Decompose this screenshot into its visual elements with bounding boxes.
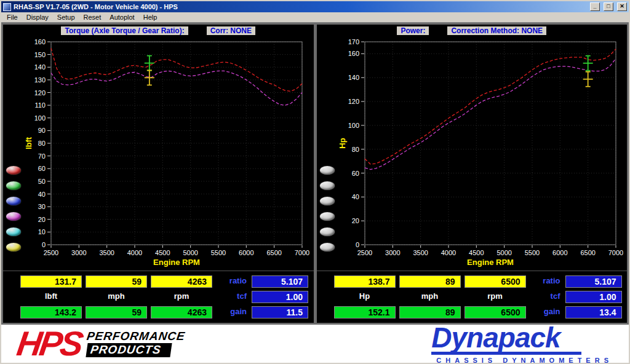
gain-value: 11.5 [252, 306, 308, 318]
torque-panel: Torque (Axle Torque / Gear Ratio): Corr:… [3, 25, 314, 323]
menu-bar: File Display Setup Reset Autoplot Help [1, 12, 629, 23]
svg-text:7000: 7000 [608, 249, 623, 256]
tcf-label: tcf [530, 291, 562, 303]
channel-button-right-2[interactable] [319, 181, 335, 191]
svg-text:80: 80 [38, 140, 46, 147]
svg-text:3500: 3500 [99, 249, 114, 256]
svg-text:20: 20 [351, 217, 359, 224]
hps-logo: HPS PERFORMANCE PRODUCTS [17, 328, 185, 359]
power-header: Power: Correction Method: NONE [317, 26, 628, 36]
minimize-button[interactable]: _ [590, 2, 600, 11]
svg-text:2500: 2500 [44, 249, 58, 256]
torque-unit-label: lbft [20, 291, 82, 303]
torque-readout: 131.7 59 4263 ratio 5.107 lbft mph rpm t… [3, 271, 314, 323]
svg-text:4000: 4000 [441, 249, 455, 256]
svg-text:160: 160 [348, 50, 359, 57]
power-cursor2-speed: 89 [399, 306, 461, 318]
hps-products-text: PRODUCTS [86, 343, 172, 357]
svg-text:40: 40 [351, 193, 359, 200]
svg-text:130: 130 [34, 76, 46, 84]
ratio-label: ratio [530, 275, 562, 288]
torque-cursor2-speed: 59 [86, 306, 147, 318]
ratio-value: 5.107 [252, 275, 308, 288]
svg-text:lbft: lbft [24, 136, 33, 149]
svg-text:70: 70 [38, 152, 46, 160]
svg-text:120: 120 [34, 89, 46, 97]
svg-text:140: 140 [34, 63, 46, 71]
torque-header: Torque (Axle Torque / Gear Ratio): Corr:… [3, 26, 314, 36]
gain-value: 13.4 [565, 306, 622, 318]
svg-text:7000: 7000 [295, 249, 309, 256]
main-area: Torque (Axle Torque / Gear Ratio): Corr:… [1, 23, 629, 325]
svg-text:Engine RPM: Engine RPM [467, 258, 514, 267]
menu-help[interactable]: Help [139, 13, 162, 22]
channel-button-right-6[interactable] [319, 242, 335, 252]
maximize-button[interactable]: □ [604, 2, 613, 11]
dynapack-logo-text: Dynapack [431, 323, 581, 355]
svg-text:5500: 5500 [524, 249, 539, 256]
app-icon [3, 3, 11, 11]
channel-button-right-4[interactable] [319, 212, 335, 221]
channel-button-left-6[interactable] [6, 242, 22, 252]
svg-text:0: 0 [42, 241, 46, 248]
menu-autoplot[interactable]: Autoplot [105, 13, 138, 22]
power-chart-body: 0204060801001201401601702500300035004000… [317, 36, 628, 271]
channel-button-right-3[interactable] [319, 196, 335, 206]
speed-unit-label: mph [86, 291, 147, 303]
svg-text:110: 110 [34, 101, 46, 109]
torque-cursor-rpm: 4263 [151, 275, 212, 288]
close-button[interactable]: ✕ [617, 2, 627, 11]
svg-text:6500: 6500 [266, 249, 281, 256]
channel-button-left-5[interactable] [6, 227, 22, 237]
svg-text:Engine RPM: Engine RPM [153, 258, 200, 267]
rpm-unit-label: rpm [465, 291, 526, 303]
channel-button-right-5[interactable] [319, 227, 335, 237]
svg-text:6000: 6000 [552, 249, 567, 256]
svg-text:5000: 5000 [496, 249, 511, 256]
svg-text:120: 120 [348, 98, 359, 105]
svg-text:80: 80 [351, 146, 359, 153]
svg-text:60: 60 [351, 170, 359, 177]
gain-label: gain [216, 306, 248, 318]
svg-text:Hp: Hp [338, 138, 347, 148]
channel-button-left-2[interactable] [6, 181, 22, 191]
svg-text:10: 10 [38, 228, 46, 235]
ratio-value: 5.107 [565, 275, 622, 288]
power-cursor2-value: 152.1 [334, 306, 396, 318]
torque-chart[interactable]: 0102030405060708090100110120130140150160… [24, 37, 309, 269]
rpm-unit-label: rpm [151, 291, 212, 303]
menu-setup[interactable]: Setup [53, 13, 79, 22]
svg-text:5000: 5000 [183, 249, 197, 256]
svg-text:3000: 3000 [71, 249, 86, 256]
svg-text:60: 60 [38, 165, 46, 172]
svg-text:4000: 4000 [127, 249, 142, 256]
svg-text:50: 50 [38, 178, 46, 185]
svg-text:4500: 4500 [155, 249, 170, 256]
svg-text:160: 160 [34, 38, 46, 46]
svg-text:3000: 3000 [385, 249, 400, 256]
svg-text:2500: 2500 [357, 249, 372, 256]
menu-reset[interactable]: Reset [79, 13, 106, 22]
svg-text:170: 170 [348, 38, 359, 46]
channel-button-left-4[interactable] [6, 212, 22, 221]
svg-text:100: 100 [34, 114, 46, 122]
torque-header-label: Torque (Axle Torque / Gear Ratio): [61, 26, 188, 35]
power-cursor-rpm: 6500 [465, 275, 526, 288]
channel-button-right-1[interactable] [319, 165, 335, 175]
torque-cursor2-rpm: 4263 [151, 306, 212, 318]
svg-text:30: 30 [38, 203, 46, 210]
svg-text:3500: 3500 [413, 249, 428, 256]
power-header-label: Power: [397, 26, 429, 35]
power-chart[interactable]: 0204060801001201401601702500300035004000… [338, 37, 623, 269]
svg-text:40: 40 [38, 191, 46, 198]
menu-file[interactable]: File [2, 13, 22, 22]
svg-text:20: 20 [38, 216, 46, 223]
footer: HPS PERFORMANCE PRODUCTS Dynapack CHASSI… [1, 325, 629, 363]
power-cursor-speed: 89 [399, 275, 461, 288]
gain-label: gain [530, 306, 562, 318]
svg-text:90: 90 [38, 127, 46, 134]
channel-button-left-1[interactable] [6, 165, 22, 175]
menu-display[interactable]: Display [22, 13, 53, 22]
torque-correction-label: Corr: NONE [207, 26, 255, 35]
channel-button-left-3[interactable] [6, 196, 22, 206]
